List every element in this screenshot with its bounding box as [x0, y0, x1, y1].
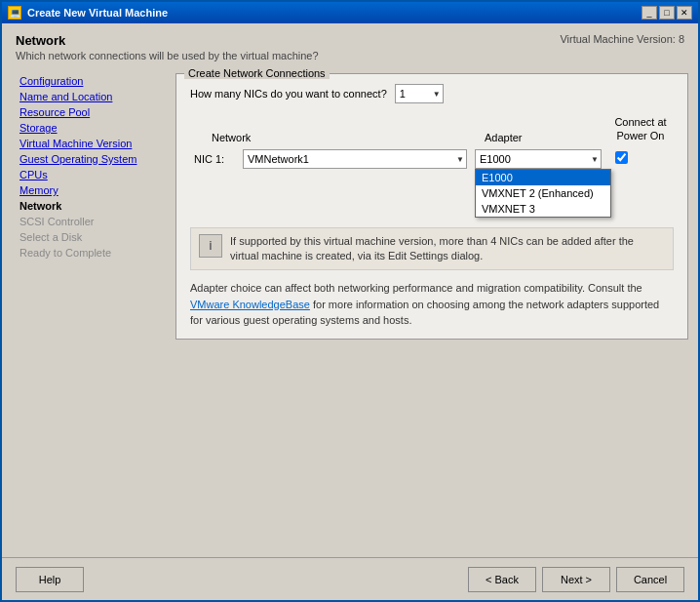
nic-count-wrapper[interactable]: 1 2 3 4 — [395, 84, 444, 103]
adapter-col-header: Adapter — [485, 132, 611, 143]
vmware-knowledgebase-link[interactable]: VMware KnowledgeBase — [190, 299, 310, 310]
header-left: Network Which network connections will b… — [16, 33, 319, 61]
nic-1-label: NIC 1: — [194, 149, 243, 165]
sidebar-item-ready: Ready to Complete — [12, 245, 168, 261]
adapter-note: Adapter choice can affect both networkin… — [190, 280, 674, 329]
sidebar-item-cpus[interactable]: CPUs — [12, 167, 168, 182]
adapter-dropdown-list: E1000 VMXNET 2 (Enhanced) VMXNET 3 — [475, 169, 611, 218]
adapter-option-vmxnet2[interactable]: VMXNET 2 (Enhanced) — [476, 185, 610, 201]
cancel-button[interactable]: Cancel — [616, 567, 684, 592]
sidebar-item-vm-version[interactable]: Virtual Machine Version — [12, 136, 168, 151]
sidebar-item-configuration[interactable]: Configuration — [12, 73, 168, 89]
title-bar: 💻 Create New Virtual Machine _ □ ✕ — [2, 2, 698, 23]
maximize-button[interactable]: □ — [659, 6, 675, 20]
footer-right: < Back Next > Cancel — [468, 567, 684, 592]
title-bar-left: 💻 Create New Virtual Machine — [8, 6, 168, 20]
footer: Help < Back Next > Cancel — [2, 557, 698, 600]
adapter-option-vmxnet3[interactable]: VMXNET 3 — [476, 201, 610, 217]
sidebar-item-scsi: SCSI Controller — [12, 214, 168, 229]
minimize-button[interactable]: _ — [642, 6, 657, 20]
page-subtitle: Which network connections will be used b… — [16, 50, 319, 61]
content-area: Network Which network connections will b… — [2, 23, 698, 600]
nic-count-select[interactable]: 1 2 3 4 — [395, 84, 444, 103]
window-icon: 💻 — [8, 6, 21, 20]
back-button[interactable]: < Back — [468, 567, 536, 592]
sidebar-item-network: Network — [12, 198, 168, 214]
right-panel: Create Network Connections How many NICs… — [175, 69, 688, 557]
page-title: Network — [16, 33, 319, 48]
info-icon: i — [199, 234, 222, 258]
sidebar-item-resource-pool[interactable]: Resource Pool — [12, 104, 168, 120]
network-connections-group: Create Network Connections How many NICs… — [175, 73, 688, 340]
nic-count-row: How many NICs do you want to connect? 1 … — [190, 84, 674, 103]
sidebar-item-select-disk: Select a Disk — [12, 229, 168, 245]
adapter-dropdown-area: E1000 VMXNET 2 (Enhanced) VMXNET 3 E1000… — [475, 149, 602, 169]
window-title: Create New Virtual Machine — [27, 7, 168, 19]
title-bar-buttons: _ □ ✕ — [642, 6, 692, 20]
adapter-note-text: Adapter choice can affect both networkin… — [190, 282, 642, 294]
adapter-select-wrapper[interactable]: E1000 VMXNET 2 (Enhanced) VMXNET 3 — [475, 149, 602, 169]
nic-1-row: NIC 1: VMNetwork1 E1000 VMXNET 2 (Enhanc… — [190, 149, 674, 169]
connect-checkbox-wrapper[interactable] — [615, 151, 628, 166]
sidebar-item-storage[interactable]: Storage — [12, 120, 168, 136]
sidebar-item-memory[interactable]: Memory — [12, 182, 168, 198]
close-button[interactable]: ✕ — [677, 6, 692, 20]
network-select[interactable]: VMNetwork1 — [243, 149, 467, 169]
connect-at-power-on-checkbox[interactable] — [615, 151, 628, 164]
sidebar: Configuration Name and Location Resource… — [12, 69, 168, 557]
main-window: 💻 Create New Virtual Machine _ □ ✕ Netwo… — [0, 0, 700, 602]
sidebar-item-guest-os[interactable]: Guest Operating System — [12, 151, 168, 167]
table-headers: Network Adapter Connect atPower On — [190, 115, 674, 143]
info-text: If supported by this virtual machine ver… — [230, 234, 665, 264]
main-body: Configuration Name and Location Resource… — [2, 69, 698, 557]
nic-count-label: How many NICs do you want to connect? — [190, 88, 387, 100]
network-select-wrapper[interactable]: VMNetwork1 — [243, 149, 467, 169]
adapter-option-e1000[interactable]: E1000 — [476, 170, 610, 185]
connect-col-header: Connect atPower On — [611, 115, 670, 143]
network-col-header: Network — [212, 132, 485, 143]
info-section: i If supported by this virtual machine v… — [190, 227, 674, 271]
group-title: Create Network Connections — [184, 67, 330, 79]
header-section: Network Which network connections will b… — [2, 23, 698, 69]
help-button[interactable]: Help — [16, 567, 84, 592]
vm-version: Virtual Machine Version: 8 — [560, 33, 684, 45]
adapter-select[interactable]: E1000 VMXNET 2 (Enhanced) VMXNET 3 — [475, 149, 602, 169]
sidebar-item-name-location[interactable]: Name and Location — [12, 89, 168, 104]
next-button[interactable]: Next > — [542, 567, 610, 592]
